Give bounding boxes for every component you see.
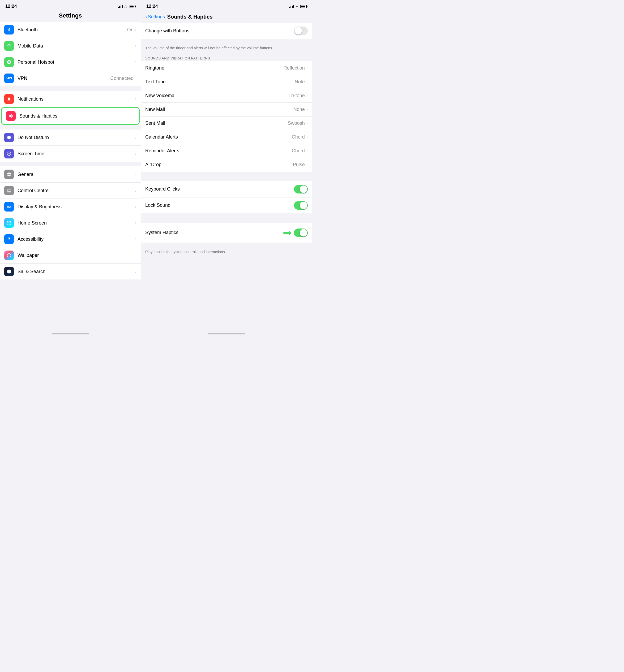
texttone-label: Text Tone [145, 79, 295, 85]
wallpaper-label: Wallpaper [18, 253, 135, 258]
texttone-row[interactable]: Text Tone Note › [141, 75, 312, 89]
sentmail-value: Swoosh [288, 120, 305, 126]
hotspot-chevron: › [135, 60, 136, 64]
changewithbuttons-row[interactable]: Change with Buttons [141, 23, 312, 39]
donotdisturb-row[interactable]: Do Not Disturb › [0, 130, 141, 146]
signal-icon [118, 4, 123, 8]
reminderalerts-chevron: › [306, 149, 308, 153]
right-status-icons: △ [289, 4, 307, 8]
ringtone-value: Reflection [284, 65, 305, 71]
bluetooth-row[interactable]: Bluetooth On › [0, 22, 141, 38]
ringtone-row[interactable]: Ringtone Reflection › [141, 61, 312, 75]
calendaralerts-chevron: › [306, 135, 308, 139]
left-status-bar: 12:24 △ [0, 0, 141, 11]
keyboardclicks-toggle[interactable] [294, 185, 308, 193]
keyboardclicks-row[interactable]: Keyboard Clicks [141, 181, 312, 197]
sounds-chevron: › [133, 114, 135, 118]
donotdisturb-label: Do Not Disturb [18, 135, 135, 140]
changewithbuttons-description: The volume of the ringer and alerts will… [141, 44, 312, 54]
texttone-value: Note [295, 79, 305, 85]
left-title: Settings [59, 12, 82, 19]
right-time: 12:24 [146, 4, 158, 9]
airdrop-row[interactable]: AirDrop Pulse › [141, 158, 312, 172]
left-status-icons: △ [118, 4, 135, 8]
newmail-label: New Mail [145, 107, 293, 112]
newvoicemail-row[interactable]: New Voicemail Tri-tone › [141, 89, 312, 103]
system2-group: Do Not Disturb › Screen Time › [0, 130, 141, 162]
vpn-chevron: › [135, 76, 136, 81]
donotdisturb-icon [4, 133, 14, 142]
reminderalerts-row[interactable]: Reminder Alerts Chord › [141, 144, 312, 158]
displaybrightness-chevron: › [135, 204, 136, 209]
sentmail-label: Sent Mail [145, 120, 288, 126]
donotdisturb-chevron: › [135, 135, 136, 140]
sounds-row[interactable]: Sounds & Haptics › [1, 107, 140, 125]
left-header: Settings [0, 11, 141, 22]
changewithbuttons-toggle[interactable] [294, 27, 308, 35]
vpn-row[interactable]: VPN VPN Connected › [0, 70, 141, 86]
locksound-label: Lock Sound [145, 203, 294, 208]
systemhaptics-knob [300, 229, 307, 237]
notifications-icon [4, 94, 14, 104]
vpn-label: VPN [18, 76, 110, 81]
wifi-icon: △ [124, 4, 127, 8]
sirisearch-row[interactable]: Siri & Search › [0, 264, 141, 279]
screentime-icon [4, 149, 14, 158]
sounds-label: Sounds & Haptics [19, 113, 133, 119]
back-chevron-icon: ‹ [145, 13, 147, 20]
mobiledata-row[interactable]: Mobile Data › [0, 38, 141, 54]
controlcentre-row[interactable]: Control Centre › [0, 183, 141, 199]
bluetooth-value: On [127, 27, 134, 33]
screentime-chevron: › [135, 151, 136, 156]
locksound-toggle[interactable] [294, 201, 308, 210]
newvoicemail-chevron: › [306, 93, 308, 98]
reminderalerts-label: Reminder Alerts [145, 148, 292, 154]
right-title: Sounds & Haptics [167, 14, 212, 20]
airdrop-chevron: › [306, 162, 308, 167]
right-battery-icon [300, 5, 307, 8]
right-status-bar: 12:24 △ [141, 0, 312, 11]
systemhaptics-row[interactable]: System Haptics ➡ [141, 223, 312, 243]
system3-group: General › Control Centre › AA Display & … [0, 166, 141, 279]
ringtone-label: Ringtone [145, 65, 284, 71]
bluetooth-icon [4, 25, 14, 34]
vpn-icon: VPN [4, 74, 14, 83]
newmail-chevron: › [306, 107, 308, 112]
right-panel: 12:24 △ ‹ Settings Sounds & Haptics Cha [141, 0, 312, 336]
locksound-row[interactable]: Lock Sound [141, 197, 312, 213]
homescreen-label: Home Screen [18, 220, 135, 226]
displaybrightness-row[interactable]: AA Display & Brightness › [0, 199, 141, 215]
airdrop-value: Pulse [293, 162, 305, 167]
hotspot-label: Personal Hotspot [18, 59, 135, 65]
changewithbuttons-knob [294, 27, 302, 34]
airdrop-label: AirDrop [145, 162, 293, 167]
newmail-value: None [293, 107, 305, 112]
wallpaper-row[interactable]: Wallpaper › [0, 247, 141, 264]
mobiledata-label: Mobile Data [18, 43, 135, 49]
calendaralerts-row[interactable]: Calendar Alerts Chord › [141, 130, 312, 144]
accessibility-row[interactable]: Accessibility › [0, 231, 141, 247]
general-row[interactable]: General › [0, 166, 141, 183]
systemhaptics-toggle[interactable] [294, 229, 308, 237]
homescreen-row[interactable]: Home Screen › [0, 215, 141, 231]
sirisearch-label: Siri & Search [18, 269, 135, 274]
controlcentre-chevron: › [135, 188, 136, 193]
keyboardclicks-knob [300, 186, 307, 193]
back-button[interactable]: ‹ Settings [145, 13, 165, 20]
sounds-icon [6, 111, 16, 121]
newmail-row[interactable]: New Mail None › [141, 103, 312, 116]
accessibility-icon [4, 234, 14, 244]
hotspot-row[interactable]: Personal Hotspot › [0, 54, 141, 70]
controlcentre-icon [4, 186, 14, 195]
accessibility-chevron: › [135, 237, 136, 242]
sounds-patterns-section: Ringtone Reflection › Text Tone Note › N… [141, 61, 312, 172]
keyboardclicks-label: Keyboard Clicks [145, 186, 294, 192]
notifications-row[interactable]: Notifications › [0, 91, 141, 107]
right-signal-icon [289, 4, 294, 8]
sentmail-row[interactable]: Sent Mail Swoosh › [141, 116, 312, 130]
ringtone-chevron: › [306, 65, 308, 70]
haptics-section: System Haptics ➡ [141, 223, 312, 243]
screentime-row[interactable]: Screen Time › [0, 146, 141, 162]
sound-toggles-section: Keyboard Clicks Lock Sound [141, 181, 312, 213]
mobiledata-icon [4, 41, 14, 51]
